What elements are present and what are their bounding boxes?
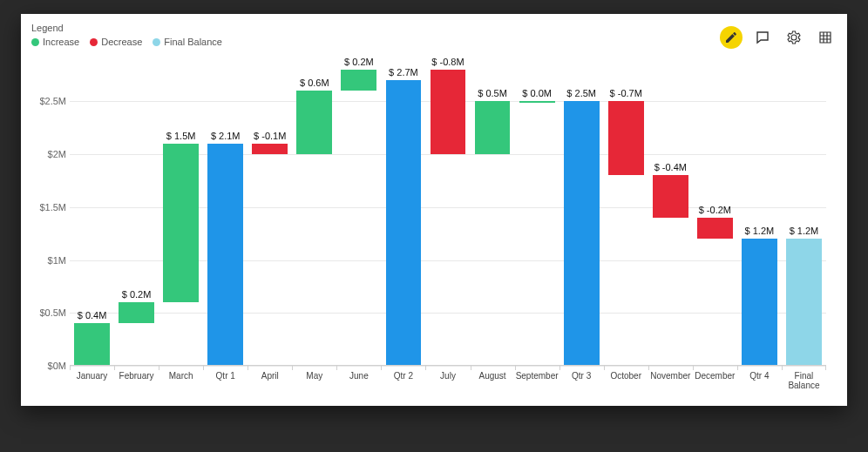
bar-slot: $ -0.1M bbox=[248, 70, 292, 366]
bar-increase[interactable] bbox=[341, 70, 376, 91]
data-label: $ 1.2M bbox=[737, 226, 782, 239]
x-tick: June bbox=[336, 366, 381, 388]
data-label: $ 0.2M bbox=[336, 57, 381, 70]
bar-subtotal[interactable] bbox=[207, 144, 243, 366]
bar-slot: $ 0.6M bbox=[292, 70, 336, 366]
bar-slot: $ 0.0M bbox=[515, 70, 559, 366]
chart-card: Legend IncreaseDecreaseFinal Balance $ bbox=[21, 14, 847, 406]
x-tick: August bbox=[471, 366, 515, 388]
x-tick: March bbox=[159, 366, 203, 388]
settings-button[interactable] bbox=[783, 26, 805, 49]
x-tick: October bbox=[604, 366, 648, 388]
data-label: $ 0.0M bbox=[515, 88, 559, 101]
bar-decrease[interactable] bbox=[252, 144, 288, 154]
data-label: $ 0.4M bbox=[70, 310, 114, 323]
edit-button[interactable] bbox=[720, 26, 743, 49]
bar-slot: $ -0.8M bbox=[425, 70, 470, 366]
x-tick: September bbox=[515, 366, 559, 388]
x-tick: February bbox=[114, 366, 159, 388]
x-tick-label: July bbox=[425, 371, 470, 381]
legend-swatch-icon bbox=[90, 38, 98, 46]
data-label: $ 2.7M bbox=[381, 67, 425, 80]
bar-slot: $ -0.7M bbox=[604, 70, 648, 366]
x-tick-label: January bbox=[70, 371, 114, 381]
data-label: $ -0.4M bbox=[648, 162, 693, 175]
legend-item[interactable]: Increase bbox=[31, 37, 79, 47]
x-tick: May bbox=[292, 366, 336, 388]
data-label: $ -0.7M bbox=[604, 88, 648, 101]
bar-final[interactable] bbox=[786, 239, 822, 366]
comment-icon bbox=[756, 30, 770, 44]
y-tick-label: $2.5M bbox=[31, 96, 66, 106]
x-tick: July bbox=[425, 366, 470, 388]
y-tick-label: $1.5M bbox=[31, 202, 66, 213]
legend-label: Increase bbox=[43, 37, 79, 47]
bar-subtotal[interactable] bbox=[742, 239, 777, 366]
x-tick-label: September bbox=[515, 371, 559, 381]
x-tick: Qtr 2 bbox=[381, 366, 425, 388]
x-tick: December bbox=[693, 366, 737, 388]
x-tick-label: October bbox=[604, 371, 648, 381]
bar-slot: $ 2.7M bbox=[381, 70, 425, 366]
legend-swatch-icon bbox=[153, 38, 160, 46]
comment-button[interactable] bbox=[751, 26, 774, 49]
bar-increase[interactable] bbox=[475, 101, 511, 154]
data-label: $ 0.5M bbox=[471, 88, 515, 101]
data-label: $ 2.1M bbox=[203, 131, 248, 144]
x-tick: Qtr 3 bbox=[559, 366, 604, 388]
toolbar bbox=[720, 26, 837, 49]
x-tick: November bbox=[648, 366, 693, 388]
x-tick-label: Qtr 3 bbox=[559, 371, 604, 381]
plot-area: $ 0.4M$ 0.2M$ 1.5M$ 2.1M$ -0.1M$ 0.6M$ 0… bbox=[70, 70, 826, 366]
x-tick: Qtr 1 bbox=[203, 366, 248, 388]
bar-increase[interactable] bbox=[74, 323, 110, 366]
x-tick-label: March bbox=[159, 371, 203, 381]
bar-increase[interactable] bbox=[163, 144, 199, 302]
bar-decrease[interactable] bbox=[697, 218, 733, 239]
legend-item[interactable]: Final Balance bbox=[153, 37, 222, 47]
x-tick: January bbox=[70, 366, 114, 388]
grid-button[interactable] bbox=[814, 26, 837, 49]
x-tick-label: May bbox=[292, 371, 336, 381]
pencil-icon bbox=[724, 30, 738, 44]
legend-item[interactable]: Decrease bbox=[90, 37, 142, 47]
y-tick-label: $2M bbox=[31, 149, 66, 159]
data-label: $ -0.1M bbox=[248, 131, 292, 144]
x-tick-label: Qtr 2 bbox=[381, 371, 425, 381]
x-tick-label: April bbox=[248, 371, 292, 381]
data-label: $ 1.2M bbox=[782, 226, 826, 239]
data-label: $ 2.5M bbox=[559, 88, 604, 101]
y-tick-label: $0.5M bbox=[31, 307, 66, 318]
legend: Legend IncreaseDecreaseFinal Balance bbox=[31, 23, 222, 47]
data-label: $ 1.5M bbox=[159, 131, 203, 144]
x-tick-label: December bbox=[693, 371, 737, 381]
data-label: $ -0.8M bbox=[425, 57, 470, 70]
legend-title: Legend bbox=[31, 23, 222, 33]
bar-subtotal[interactable] bbox=[386, 80, 422, 366]
x-tick-label: Qtr 1 bbox=[203, 371, 248, 381]
bar-decrease[interactable] bbox=[653, 175, 688, 218]
x-tick-label: FinalBalance bbox=[782, 371, 826, 390]
gear-icon bbox=[787, 30, 801, 44]
waterfall-chart: $0M$0.5M$1M$1.5M$2M$2.5M $ 0.4M$ 0.2M$ 1… bbox=[31, 70, 826, 388]
bar-slot: $ 1.2M bbox=[782, 70, 826, 366]
legend-swatch-icon bbox=[31, 38, 39, 46]
bar-slot: $ 0.2M bbox=[336, 70, 381, 366]
bar-subtotal[interactable] bbox=[564, 101, 600, 366]
x-tick: Qtr 4 bbox=[737, 366, 782, 388]
bar-decrease[interactable] bbox=[431, 70, 466, 154]
bar-decrease[interactable] bbox=[608, 101, 644, 175]
data-label: $ 0.2M bbox=[114, 289, 159, 302]
bar-slot: $ 1.2M bbox=[737, 70, 782, 366]
x-tick-label: November bbox=[648, 371, 693, 381]
bar-increase[interactable] bbox=[119, 302, 154, 323]
y-tick-label: $0M bbox=[31, 361, 66, 371]
x-tick: April bbox=[248, 366, 292, 388]
bar-increase[interactable] bbox=[296, 91, 332, 154]
x-tick-label: June bbox=[336, 371, 381, 381]
legend-label: Final Balance bbox=[164, 37, 222, 47]
y-tick-label: $1M bbox=[31, 255, 66, 266]
x-tick-label: Qtr 4 bbox=[737, 371, 782, 381]
bar-slot: $ 0.5M bbox=[471, 70, 515, 366]
bar-increase[interactable] bbox=[519, 101, 555, 103]
